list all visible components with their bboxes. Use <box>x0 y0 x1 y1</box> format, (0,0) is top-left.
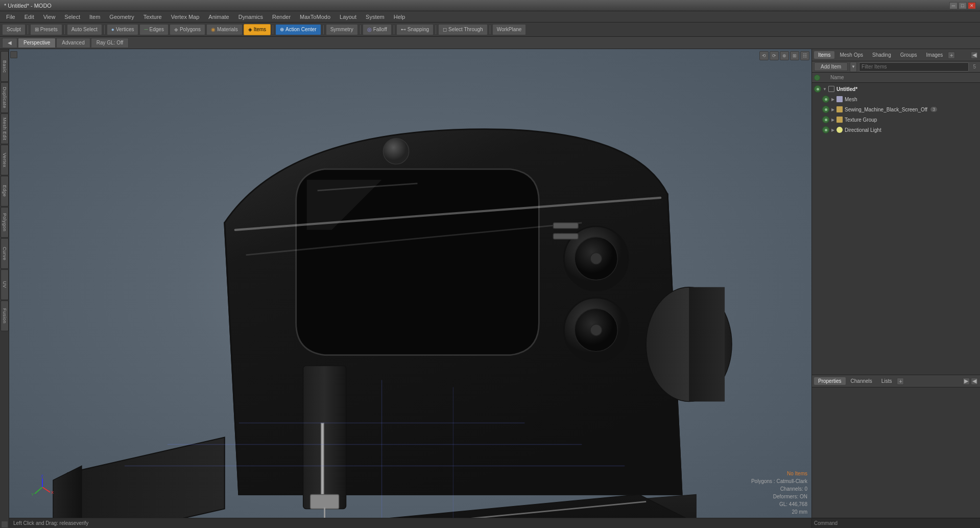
menu-layout[interactable]: Layout <box>336 13 361 21</box>
tab-advanced[interactable]: Advanced <box>56 38 90 48</box>
tree-eye-mesh[interactable] <box>822 96 829 103</box>
minimize-button[interactable]: ─ <box>949 2 958 9</box>
left-tool-vertex[interactable]: Vertex <box>1 145 9 175</box>
tab-left-arrow[interactable]: ◀ <box>2 38 17 48</box>
menu-animate[interactable]: Animate <box>204 13 233 21</box>
filter-count: 5 <box>971 64 978 70</box>
tree-expand-mesh[interactable]: ▶ <box>830 97 835 102</box>
menu-render[interactable]: Render <box>268 13 295 21</box>
presets-button[interactable]: ⊞Presets <box>30 24 62 35</box>
vp-small-btn-1[interactable] <box>10 51 17 58</box>
tab-shading[interactable]: Shading <box>868 51 895 59</box>
filter-items-input[interactable] <box>859 62 969 72</box>
tree-item-mesh[interactable]: ▶ Mesh <box>820 94 980 104</box>
menu-vertex-map[interactable]: Vertex Map <box>167 13 204 21</box>
tab-raygl[interactable]: Ray GL: Off <box>91 38 129 48</box>
bottom-panel-add-tab[interactable]: + <box>897 378 904 385</box>
items-icon: ◈ <box>248 27 252 32</box>
left-tool-duplicate[interactable]: Duplicate <box>1 82 9 113</box>
visibility-column-icon <box>814 75 820 81</box>
menu-item[interactable]: Item <box>85 13 104 21</box>
svg-marker-19 <box>67 438 225 528</box>
tree-item-texture-group[interactable]: ▶ Texture Group <box>820 114 980 125</box>
left-tool-uv[interactable]: UV <box>1 269 9 300</box>
tree-expand-directional-light[interactable]: ▶ <box>830 127 835 132</box>
tree-expand-untitled[interactable]: ▼ <box>822 86 827 91</box>
items-tree[interactable]: ▼ Untitled* ▶ Mesh ▶ Sewing_Mac <box>812 83 980 375</box>
action-center-icon: ⊕ <box>280 27 284 32</box>
tree-eye-sewing-machine[interactable] <box>822 106 829 113</box>
snapping-button[interactable]: ⊷Snapping <box>396 24 434 35</box>
tab-images[interactable]: Images <box>922 51 947 59</box>
left-tool-edge[interactable]: Edge <box>1 176 9 206</box>
polygons-button[interactable]: ◆Polygons <box>170 24 205 35</box>
snapping-icon: ⊷ <box>401 27 406 32</box>
menu-system[interactable]: System <box>362 13 389 21</box>
left-toolbar-toggle[interactable] <box>1 521 8 528</box>
channels-info: Channels: 0 <box>751 485 807 493</box>
tab-perspective[interactable]: Perspective <box>18 38 56 48</box>
left-tool-fusion[interactable]: Fusion <box>1 301 9 331</box>
tree-eye-untitled[interactable] <box>814 85 821 93</box>
menu-select[interactable]: Select <box>60 13 84 21</box>
edges-button[interactable]: ─Edges <box>139 24 168 35</box>
materials-button[interactable]: ◉Materials <box>206 24 243 35</box>
add-item-button[interactable]: Add Item <box>814 62 848 71</box>
menu-help[interactable]: Help <box>390 13 410 21</box>
panel-tabs-row: Items Mesh Ops Shading Groups Images + ◀ <box>812 49 980 61</box>
vp-grid-button[interactable]: ⊞ <box>790 51 799 60</box>
axis-indicator: X Y Z <box>30 474 55 500</box>
tree-item-sewing-machine[interactable]: ▶ Sewing_Machine_Black_Screen_Off 3 <box>820 104 980 114</box>
maximize-button[interactable]: □ <box>959 2 967 9</box>
vp-rotate-left-button[interactable]: ⟲ <box>759 51 769 60</box>
panel-add-tab-button[interactable]: + <box>948 52 955 59</box>
menu-maxtomodo[interactable]: MaxToModo <box>296 13 334 21</box>
tree-eye-dot-sewing-machine <box>825 108 827 111</box>
tab-mesh-ops[interactable]: Mesh Ops <box>835 51 867 59</box>
menu-file[interactable]: File <box>2 13 19 21</box>
toolbar-separator-2 <box>64 25 65 34</box>
menu-geometry[interactable]: Geometry <box>105 13 138 21</box>
tree-eye-directional-light[interactable] <box>822 126 829 133</box>
vp-zoom-button[interactable]: ⊕ <box>780 51 789 60</box>
tab-items[interactable]: Items <box>814 51 834 59</box>
vp-rotate-right-button[interactable]: ⟳ <box>770 51 779 60</box>
tab-channels[interactable]: Channels <box>847 377 876 385</box>
bottom-panel-collapse-button[interactable]: ◀ <box>971 378 978 385</box>
work-plane-button[interactable]: WorkPlane <box>492 24 527 35</box>
left-tool-basic[interactable]: Basic <box>1 51 9 82</box>
command-bar[interactable]: Command <box>812 518 980 528</box>
tree-eye-texture-group[interactable] <box>822 116 829 123</box>
items-panel-header: Add Item ▼ 5 <box>812 61 980 73</box>
sculpt-button[interactable]: Sculpt <box>2 24 26 35</box>
items-button[interactable]: ◈Items <box>244 24 271 35</box>
auto-select-button[interactable]: Auto Select <box>67 24 102 35</box>
left-tool-mesh-edit[interactable]: Mesh Edit <box>1 113 9 144</box>
close-button[interactable]: ✕ <box>968 2 976 9</box>
menu-view[interactable]: View <box>39 13 60 21</box>
tab-properties[interactable]: Properties <box>814 377 846 385</box>
tree-expand-sewing-machine[interactable]: ▶ <box>830 107 835 112</box>
add-item-dropdown-button[interactable]: ▼ <box>850 62 857 72</box>
vertices-button[interactable]: ●Vertices <box>107 24 139 35</box>
tree-expand-texture-group[interactable]: ▶ <box>830 117 835 122</box>
symmetry-button[interactable]: Symmetry <box>326 24 358 35</box>
menu-edit[interactable]: Edit <box>20 13 38 21</box>
action-center-button[interactable]: ⊕Action Center <box>275 24 321 35</box>
left-tool-polygon[interactable]: Polygon <box>1 207 9 238</box>
deformers-info: Deformers: ON <box>751 493 807 500</box>
bottom-panel-expand-button[interactable]: ▶ <box>963 378 970 385</box>
viewport[interactable]: ⟲ ⟳ ⊕ ⊞ ☷ X Y Z No Items Polygons : Catm… <box>9 49 811 528</box>
tree-item-directional-light[interactable]: ▶ Directional Light <box>820 125 980 135</box>
tab-groups[interactable]: Groups <box>896 51 921 59</box>
menu-dynamics[interactable]: Dynamics <box>234 13 267 21</box>
menu-texture[interactable]: Texture <box>139 13 166 21</box>
left-tool-curve[interactable]: Curve <box>1 238 9 269</box>
falloff-button[interactable]: ◎Falloff <box>363 24 392 35</box>
panel-collapse-button[interactable]: ◀ <box>971 52 978 59</box>
vp-settings-button[interactable]: ☷ <box>800 51 809 60</box>
tree-item-untitled[interactable]: ▼ Untitled* <box>812 84 980 94</box>
tab-lists[interactable]: Lists <box>877 377 896 385</box>
command-input[interactable] <box>838 520 978 526</box>
select-through-button[interactable]: ◻Select Through <box>438 24 488 35</box>
